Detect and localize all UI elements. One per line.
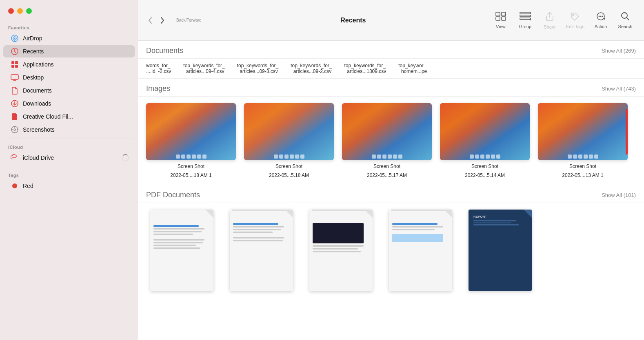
svg-rect-10 (15, 65, 18, 68)
image-label-2: 2022-05...5.18 AM (269, 172, 309, 178)
content-area: Documents Show All (269) words_for_ ....… (138, 41, 644, 340)
list-item[interactable]: top_keywords_for_ _articles...09-4.csv (183, 63, 224, 74)
list-item[interactable]: top_keywor _homem...pe (398, 63, 427, 74)
image-thumbnail (146, 103, 236, 160)
pdf-show-all[interactable]: Show All (101) (602, 192, 636, 198)
image-label-1: Screen Shot (569, 163, 596, 169)
documents-title: Documents (146, 46, 183, 55)
list-item[interactable]: Screen Shot 2022-05...5.14 AM (440, 103, 530, 178)
doc-filename: top_keywor (398, 63, 423, 68)
sidebar-item-screenshots[interactable]: Screenshots (3, 124, 135, 136)
image-label-1: Screen Shot (471, 163, 498, 169)
list-item[interactable] (146, 210, 218, 291)
list-item[interactable]: words_for_ ....ld_-2.csv (146, 63, 171, 74)
maximize-button[interactable] (26, 8, 32, 14)
doc-filename: top_keywords_for_ (344, 63, 386, 68)
sidebar-item-airdrop[interactable]: AirDrop (3, 32, 135, 44)
sidebar-item-applications[interactable]: Applications (3, 58, 135, 71)
doc-filename2: _articles...09-3.csv (237, 68, 278, 74)
images-show-all[interactable]: Show All (743) (602, 86, 636, 92)
image-label-1: Screen Shot (275, 163, 302, 169)
list-item[interactable]: Screen Shot 2022-05...5.18 AM (244, 103, 334, 178)
sidebar: Favorites AirDrop Recents (0, 0, 138, 340)
svg-point-17 (14, 129, 16, 130)
svg-point-32 (573, 14, 574, 16)
pdf-thumbnail (150, 210, 213, 291)
images-title: Images (146, 84, 170, 93)
list-item[interactable]: Screen Shot 2022-05....13 AM 1 (538, 103, 628, 178)
sidebar-divider-2 (6, 167, 132, 167)
tag-red-icon (11, 182, 19, 190)
group-button[interactable]: ▾ Group (513, 9, 537, 31)
documents-section: Documents Show All (269) words_for_ ....… (138, 41, 644, 79)
desktop-icon (11, 73, 19, 82)
sidebar-tag-red[interactable]: Red (3, 180, 135, 192)
image-thumbnail (244, 103, 334, 160)
edit-tags-button[interactable]: Edit Tags (562, 9, 588, 31)
scroll-indicator (626, 109, 628, 155)
pdf-title: PDF Documents (146, 191, 200, 199)
action-button[interactable]: ▾ Action (588, 9, 613, 31)
icloud-section-label: iCloud (0, 141, 138, 151)
search-label: Search (618, 24, 633, 29)
recents-icon (11, 47, 19, 55)
search-button[interactable]: Search (613, 9, 637, 31)
minimize-button[interactable] (17, 8, 23, 14)
svg-rect-11 (11, 75, 18, 79)
svg-text:▾: ▾ (529, 18, 531, 21)
sidebar-item-recents-label: Recents (23, 48, 44, 55)
image-thumbnail (440, 103, 530, 160)
image-thumbnail (342, 103, 432, 160)
svg-rect-28 (520, 12, 531, 14)
doc-filename2: _articles...1309.csv (344, 68, 386, 74)
svg-point-22 (17, 157, 17, 158)
list-item[interactable] (385, 210, 456, 291)
sidebar-item-airdrop-label: AirDrop (23, 35, 42, 42)
images-header: Images Show All (743) (138, 79, 644, 97)
view-icon: ▾ (495, 12, 506, 23)
list-item[interactable] (226, 210, 297, 291)
sidebar-item-recents[interactable]: Recents (3, 45, 135, 57)
list-item[interactable]: top_keywords_for_ _articles...09-3.csv (237, 63, 278, 74)
share-label: Share (544, 24, 555, 29)
doc-filename: words_for_ (146, 63, 170, 68)
close-button[interactable] (8, 8, 14, 14)
sidebar-item-desktop[interactable]: Desktop (3, 71, 135, 84)
svg-rect-23 (496, 12, 500, 16)
svg-rect-9 (11, 65, 14, 68)
documents-show-all[interactable]: Show All (269) (602, 48, 636, 54)
sidebar-item-creative-cloud[interactable]: Creative Cloud Fil... (3, 110, 135, 123)
documents-row: words_for_ ....ld_-2.csv top_keywords_fo… (138, 59, 644, 79)
toolbar: Back/Forward Recents ▾ View (138, 0, 644, 41)
pdf-thumbnail (230, 210, 293, 291)
back-button[interactable] (144, 15, 156, 26)
list-item[interactable] (305, 210, 377, 291)
action-label: Action (595, 24, 607, 29)
sidebar-divider-1 (6, 139, 132, 139)
sidebar-item-icloud-drive[interactable]: iCloud Drive (3, 152, 135, 164)
list-item[interactable]: Screen Shot 2022-05....18 AM 1 (146, 103, 236, 178)
sidebar-item-downloads[interactable]: Downloads (3, 97, 135, 110)
list-item[interactable]: top_keywords_for_ _articles...09-2.csv (291, 63, 332, 74)
list-item[interactable]: top_keywords_for_ _articles...1309.csv (344, 63, 386, 74)
view-button[interactable]: ▾ View (489, 9, 513, 31)
sidebar-item-screenshots-label: Screenshots (23, 126, 55, 133)
forward-button[interactable] (157, 15, 168, 26)
list-item[interactable]: REPORT (464, 210, 536, 291)
action-icon: ▾ (595, 12, 606, 23)
icloud-drive-icon (11, 154, 19, 162)
toolbar-title-area: Recents (218, 17, 489, 24)
pdf-row: REPORT (138, 203, 644, 298)
svg-line-39 (626, 18, 629, 20)
list-item[interactable]: Screen Shot 2022-05...5.17 AM (342, 103, 432, 178)
share-icon (545, 11, 554, 23)
documents-header: Documents Show All (269) (138, 41, 644, 59)
doc-filename: top_keywords_for_ (183, 63, 224, 68)
airdrop-icon (11, 34, 19, 42)
sidebar-item-documents[interactable]: Documents (3, 84, 135, 97)
image-label-2: 2022-05...5.14 AM (465, 172, 505, 178)
pdf-section: PDF Documents Show All (101) (138, 185, 644, 298)
sidebar-item-applications-label: Applications (23, 61, 54, 68)
share-button[interactable]: Share (537, 9, 562, 32)
downloads-icon (11, 99, 19, 108)
